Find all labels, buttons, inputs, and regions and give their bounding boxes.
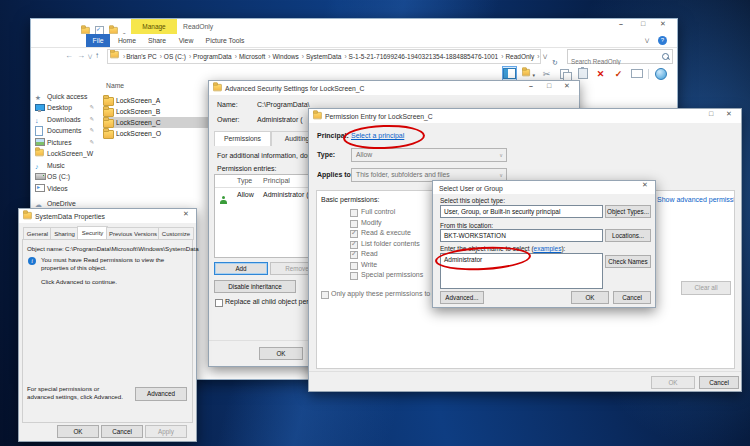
recent-locations-icon[interactable]: ⋁ — [88, 53, 92, 59]
search-input[interactable] — [568, 56, 659, 65]
browser-globe-icon[interactable] — [654, 67, 667, 80]
cut-icon[interactable] — [540, 67, 553, 80]
check-names-button[interactable]: Check Names — [605, 255, 651, 268]
ok-button[interactable]: OK — [651, 376, 695, 389]
tab-security[interactable]: Security — [77, 226, 108, 240]
column-type[interactable]: Type — [237, 177, 252, 184]
sidebar-item-downloads[interactable]: Downloads — [31, 114, 106, 125]
file-row-selected[interactable]: LockScreen_C — [103, 117, 213, 128]
perm-checkbox[interactable] — [350, 262, 358, 270]
sidebar-item-quick-access[interactable]: Quick access — [31, 91, 106, 102]
breadcrumb[interactable]: Brian's PCOS (C:)ProgramDataMicrosoftWin… — [107, 49, 541, 64]
close-button[interactable] — [721, 110, 737, 118]
location-field[interactable]: BKT-WORKSTATION — [440, 229, 603, 242]
new-folder-icon[interactable] — [522, 67, 535, 80]
cancel-button[interactable]: Cancel — [101, 425, 143, 438]
tab-home[interactable]: Home — [114, 34, 140, 47]
help-icon[interactable]: ? — [658, 36, 667, 45]
preview-pane-icon[interactable] — [502, 66, 517, 81]
tab-picture-tools[interactable]: Picture Tools — [202, 34, 248, 47]
ok-button[interactable]: OK — [57, 425, 99, 438]
ok-button[interactable]: OK — [571, 291, 609, 304]
info-icon: i — [28, 257, 36, 265]
delete-icon[interactable] — [594, 67, 607, 80]
cancel-button[interactable]: Cancel — [613, 291, 651, 304]
minimize-button[interactable] — [523, 82, 539, 89]
explorer-titlebar: Manage ReadOnly — [31, 19, 677, 34]
search-box[interactable] — [567, 49, 673, 64]
sidebar-item-lockscreen-w[interactable]: LockScreen_W — [31, 148, 106, 159]
breadcrumb-item[interactable]: SystemData — [306, 50, 347, 63]
locations-button[interactable]: Locations... — [605, 229, 651, 242]
name-label: Name: — [217, 101, 238, 108]
paste-icon[interactable] — [576, 67, 589, 80]
dialog-titlebar: Select User or Group — [433, 181, 655, 194]
sidebar-item-videos[interactable]: Videos — [31, 183, 106, 194]
address-dropdown-icon[interactable]: ⋁ — [543, 53, 547, 59]
rename-icon[interactable] — [630, 67, 643, 80]
file-row[interactable]: LockScreen_B — [103, 106, 213, 117]
tab-share[interactable]: Share — [144, 34, 170, 47]
contextual-tab-manage[interactable]: Manage — [131, 19, 177, 34]
tab-permissions[interactable]: Permissions — [214, 131, 271, 146]
breadcrumb-item[interactable]: OS (C:) — [164, 50, 191, 63]
replace-child-checkbox[interactable] — [215, 299, 223, 307]
only-apply-checkbox[interactable] — [321, 291, 329, 299]
sidebar-item-documents[interactable]: Documents — [31, 125, 106, 136]
ok-button[interactable]: OK — [259, 347, 303, 360]
add-button[interactable]: Add — [214, 262, 268, 275]
apply-button[interactable]: Apply — [145, 425, 187, 438]
folder-icon — [103, 119, 114, 128]
clear-all-button[interactable]: Clear all — [681, 281, 731, 295]
column-principal[interactable]: Principal — [263, 177, 290, 184]
tab-file[interactable]: File — [86, 34, 110, 47]
examples-link[interactable]: examples — [534, 245, 562, 252]
tab-view[interactable]: View — [174, 34, 198, 47]
close-button[interactable] — [637, 181, 653, 189]
perm-checkbox[interactable] — [350, 241, 358, 249]
file-row[interactable]: LockScreen_O — [103, 128, 213, 139]
sidebar-item-pictures[interactable]: Pictures — [31, 137, 106, 148]
perm-checkbox[interactable] — [350, 272, 358, 280]
perm-checkbox[interactable] — [350, 209, 358, 217]
checkmark-icon[interactable] — [612, 67, 625, 80]
show-advanced-link[interactable]: Show advanced permissions — [657, 196, 735, 203]
breadcrumb-item[interactable]: Brian's PC — [126, 50, 162, 63]
search-icon[interactable] — [662, 53, 669, 60]
close-button[interactable] — [178, 210, 194, 218]
object-types-button[interactable]: Object Types... — [605, 205, 651, 218]
sidebar-item-music[interactable]: Music — [31, 160, 106, 171]
cancel-button[interactable]: Cancel — [699, 376, 739, 389]
minimize-button[interactable] — [613, 20, 629, 27]
perm-checkbox[interactable] — [350, 230, 358, 238]
replace-child-label: Replace all child object permi — [225, 298, 316, 305]
maximize-button[interactable] — [635, 20, 651, 27]
up-icon[interactable]: ↑ — [95, 51, 99, 60]
perm-checkbox[interactable] — [350, 251, 358, 259]
entry-type[interactable]: Allow — [237, 191, 254, 198]
maximize-button[interactable] — [541, 82, 557, 89]
advanced-button[interactable]: Advanced... — [440, 291, 484, 304]
maximize-button[interactable] — [703, 110, 719, 117]
type-select[interactable]: Allow — [351, 148, 507, 162]
back-icon[interactable]: ← — [65, 51, 73, 60]
close-button[interactable] — [559, 82, 575, 90]
sidebar-item-os-c[interactable]: OS (C:) — [31, 171, 106, 182]
forward-icon[interactable]: → — [77, 51, 85, 60]
breadcrumb-item[interactable]: Windows — [272, 50, 304, 63]
object-type-field[interactable]: User, Group, or Built-in security princi… — [440, 205, 603, 218]
file-row[interactable]: LockScreen_A — [103, 95, 213, 106]
breadcrumb-item[interactable]: S-1-5-21-71699246-1940321354-1884885476-… — [349, 50, 504, 63]
breadcrumb-item[interactable]: Microsoft — [239, 50, 271, 63]
sidebar-item-desktop[interactable]: Desktop — [31, 102, 106, 113]
breadcrumb-item[interactable]: ProgramData — [193, 50, 237, 63]
owner-value: Administrator ( — [257, 116, 303, 123]
advanced-button[interactable]: Advanced — [135, 387, 187, 401]
column-header-name[interactable]: Name — [106, 82, 124, 89]
disable-inheritance-button[interactable]: Disable inheritance — [214, 280, 296, 293]
perm-checkbox[interactable] — [350, 220, 358, 228]
breadcrumb-item[interactable]: ReadOnly — [505, 50, 539, 63]
close-button[interactable] — [655, 20, 671, 28]
copy-icon[interactable] — [558, 67, 571, 80]
ribbon-collapse-icon[interactable]: ⋁ — [645, 37, 649, 43]
